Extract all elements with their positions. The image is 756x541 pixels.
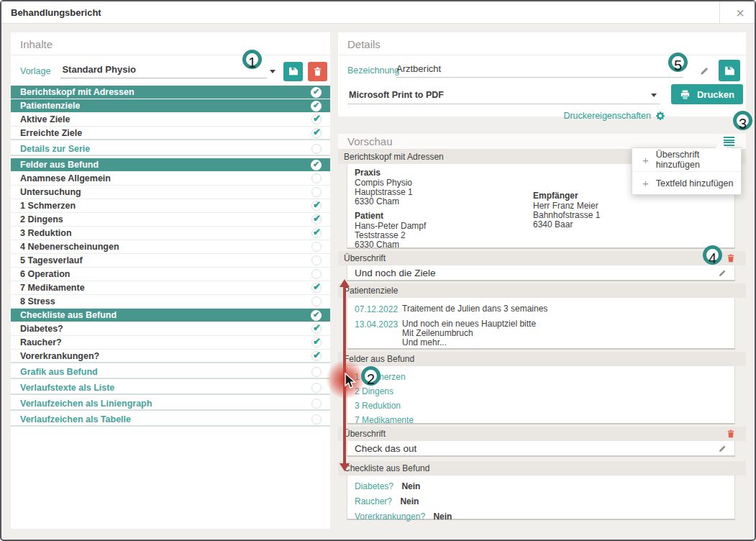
menu-item[interactable]: + Textfeld hinzufügen xyxy=(632,171,741,194)
preview-block-header[interactable]: Patientenziele xyxy=(338,283,746,298)
checkbox[interactable] xyxy=(311,160,322,171)
checkbox[interactable] xyxy=(311,255,322,265)
checkbox[interactable] xyxy=(311,242,322,252)
delete-template-button[interactable] xyxy=(308,62,327,81)
ueberschrift-text: Check das out xyxy=(355,443,718,454)
ziel-date: 13.04.2023 xyxy=(355,319,396,347)
checkbox[interactable] xyxy=(311,201,322,211)
list-item[interactable]: Felder aus Befund xyxy=(11,158,330,172)
annotation-circle-3: 3 xyxy=(733,111,752,130)
list-item[interactable]: Aktive Ziele xyxy=(11,113,330,127)
printer-select-value: Microsoft Print to PDF xyxy=(349,90,444,100)
list-item[interactable]: 1 Schmerzen xyxy=(11,199,330,213)
preview-block-header[interactable]: Checkliste aus Befund xyxy=(338,461,746,476)
list-item[interactable]: 7 Medikamente xyxy=(11,281,330,295)
checkbox[interactable] xyxy=(311,173,322,183)
list-item[interactable]: Patientenziele xyxy=(11,99,330,113)
list-item[interactable]: Diabetes? xyxy=(11,322,330,336)
checkbox[interactable] xyxy=(311,399,322,409)
checkbox[interactable] xyxy=(311,87,322,98)
preview-block-title: Überschrift xyxy=(344,253,386,263)
checkbox[interactable] xyxy=(311,296,322,306)
felder-content: 1 Schmerzen2 Dingens3 Reduktion7 Medikam… xyxy=(347,366,735,424)
praxis-label: Praxis xyxy=(355,168,533,178)
details-panel: Details Bezeichnung Arztbericht Microsof… xyxy=(338,32,746,117)
list-item[interactable]: Vorerkrankungen? xyxy=(11,350,330,363)
check-row: Diabetes? Nein xyxy=(355,479,727,494)
checkbox[interactable] xyxy=(311,114,322,124)
list-item[interactable]: Anamnese Allgemein xyxy=(11,172,330,186)
list-item-label: Grafik aus Befund xyxy=(20,367,98,377)
checkbox[interactable] xyxy=(311,351,322,361)
list-item-label: Aktive Ziele xyxy=(20,114,70,124)
feld-link: 2 Dingens xyxy=(355,384,727,399)
trash-icon[interactable] xyxy=(726,253,736,263)
edit-pencil-icon[interactable] xyxy=(718,444,727,453)
feld-link: 1 Schmerzen xyxy=(355,370,727,384)
check-answer: Nein xyxy=(400,496,419,506)
edit-pencil-icon[interactable] xyxy=(699,65,710,76)
empfaenger-address: Herr Franz Meier Bahnhofstrasse 1 6340 B… xyxy=(533,201,711,229)
vorlage-select[interactable]: Standard Physio xyxy=(60,64,267,78)
list-item[interactable]: 2 Dingens xyxy=(11,213,330,227)
address-left-column: Praxis Compis Physio Hauptstrasse 1 6330… xyxy=(355,168,533,242)
trash-icon[interactable] xyxy=(726,429,736,439)
save-details-button[interactable] xyxy=(719,60,740,81)
checkbox[interactable] xyxy=(311,283,322,293)
list-item[interactable]: 6 Operation xyxy=(11,268,330,281)
checkbox[interactable] xyxy=(311,187,322,197)
checkbox[interactable] xyxy=(311,383,322,393)
list-item[interactable]: Details zur Serie xyxy=(11,142,330,156)
save-template-button[interactable] xyxy=(283,62,303,81)
checkbox[interactable] xyxy=(311,128,322,138)
preview-block-header[interactable]: Felder aus Befund xyxy=(338,352,746,366)
preview-block-header[interactable]: Überschrift xyxy=(338,251,746,265)
list-item-label: Berichtskopf mit Adressen xyxy=(20,87,135,97)
floppy-icon xyxy=(724,65,736,77)
annotation-circle-2: 2 xyxy=(361,366,381,386)
chevron-down-icon[interactable] xyxy=(270,70,275,73)
list-item[interactable]: Verlaufstexte als Liste xyxy=(11,381,330,395)
list-item[interactable]: Erreichte Ziele xyxy=(11,127,330,140)
behandlungsbericht-dialog: Behandlungsbericht × Inhalte Vorlage Sta… xyxy=(0,0,756,541)
checkbox[interactable] xyxy=(311,228,322,238)
list-item[interactable]: 8 Stress xyxy=(11,295,330,309)
annotation-circle-1: 1 xyxy=(242,50,262,69)
list-item[interactable]: Raucher? xyxy=(11,336,330,350)
checkbox[interactable] xyxy=(311,101,322,112)
drucken-button[interactable]: Drucken xyxy=(671,84,743,104)
menu-item[interactable]: + Überschrift hinzufügen xyxy=(632,148,741,171)
checkbox[interactable] xyxy=(311,310,322,321)
list-item[interactable]: Berichtskopf mit Adressen xyxy=(11,86,330,99)
printer-properties-link[interactable]: Druckereigenschaften xyxy=(563,111,651,121)
list-item[interactable]: Verlaufzeichen als Liniengraph xyxy=(11,397,330,411)
feld-link: 7 Medikamente xyxy=(355,413,727,427)
checkbox[interactable] xyxy=(311,214,322,224)
checkbox[interactable] xyxy=(311,269,322,279)
bezeichnung-input[interactable]: Arztbericht xyxy=(396,63,683,78)
list-item[interactable]: 5 Tagesverlauf xyxy=(11,254,330,268)
close-button[interactable]: × xyxy=(719,1,755,24)
printer-select[interactable]: Microsoft Print to PDF xyxy=(347,90,660,104)
list-item[interactable]: Grafik aus Befund xyxy=(11,365,330,379)
list-item[interactable]: 4 Nebenerscheinungen xyxy=(11,240,330,254)
ueberschrift-content: Check das out xyxy=(347,441,735,457)
list-item[interactable]: Untersuchung xyxy=(11,186,330,199)
checkbox[interactable] xyxy=(311,367,322,377)
checkbox[interactable] xyxy=(311,337,322,347)
checkbox[interactable] xyxy=(311,324,322,334)
list-item[interactable]: Verlaufzeichen als Tabelle xyxy=(11,413,330,427)
check-question: Vorerkrankungen? xyxy=(355,512,425,522)
feld-link: 3 Reduktion xyxy=(355,399,727,413)
close-icon: × xyxy=(736,6,744,20)
ziel-date: 07.12.2022 xyxy=(355,304,396,314)
list-item-label: 6 Operation xyxy=(20,269,70,279)
checkbox[interactable] xyxy=(311,414,322,424)
checkbox[interactable] xyxy=(311,144,322,154)
praxis-address: Compis Physio Hauptstrasse 1 6330 Cham xyxy=(355,178,533,206)
gear-icon[interactable] xyxy=(655,111,665,121)
edit-pencil-icon[interactable] xyxy=(718,268,727,278)
list-item[interactable]: 3 Reduktion xyxy=(11,227,330,240)
preview-block-header[interactable]: Überschrift xyxy=(338,427,746,441)
list-item[interactable]: Checkliste aus Befund xyxy=(11,309,330,322)
